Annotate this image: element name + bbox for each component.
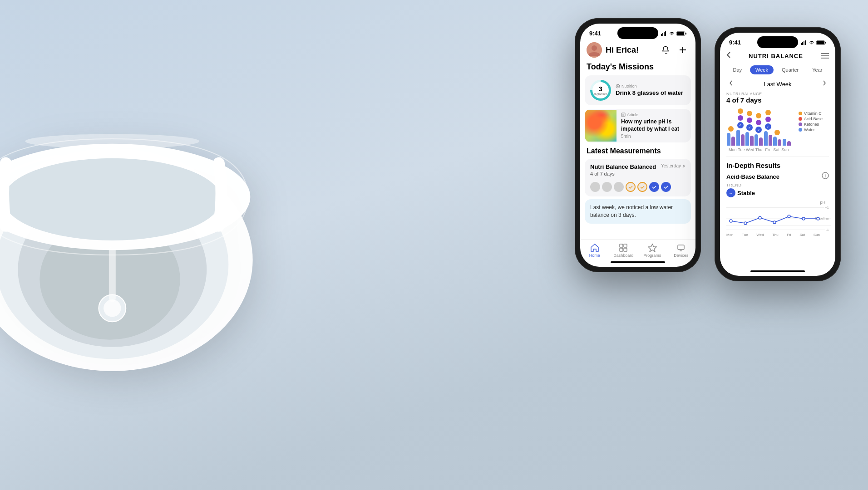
check-wed: ✓	[746, 124, 753, 131]
svg-rect-15	[686, 33, 686, 34]
dot-purple-wed	[747, 118, 752, 123]
svg-point-17	[592, 45, 597, 51]
article-title: How my urine pH is impacted by what I ea…	[621, 118, 686, 132]
ph-plus1: +1	[825, 206, 829, 210]
wifi-icon-2	[809, 40, 814, 45]
chart-col-mon	[726, 126, 735, 146]
phones-container: 9:41	[575, 18, 841, 281]
header-actions	[659, 44, 689, 56]
nav-dashboard[interactable]: Dashboard	[609, 243, 638, 258]
chart-grid-line-bot	[726, 230, 825, 230]
home-indicator-1	[611, 261, 665, 263]
signal-icon-2	[801, 40, 807, 45]
dot-orange-mon	[728, 126, 734, 132]
legend-label-water: Water	[804, 127, 815, 132]
dot-orange-wed	[747, 111, 752, 116]
article-image	[585, 110, 616, 142]
chart-row-plus: +1	[726, 206, 829, 210]
measurement-card[interactable]: Nutri Balance Balanced 4 of 7 days Yeste…	[585, 159, 691, 196]
svg-rect-14	[677, 32, 684, 35]
info-icon: i	[822, 172, 829, 179]
bar-blue-tue	[736, 130, 740, 146]
prev-week-button[interactable]	[729, 80, 733, 88]
legend-label-vitaminc: Vitamin C	[804, 111, 822, 116]
trend-label: TREND	[726, 183, 829, 187]
week-nav: Last Week	[720, 78, 835, 91]
menu-button[interactable]	[821, 52, 829, 60]
svg-point-53	[817, 217, 819, 220]
label-tue: Tue	[737, 147, 745, 152]
nav-programs[interactable]: Programs	[638, 243, 667, 258]
tab-quarter[interactable]: Quarter	[776, 65, 804, 74]
next-week-button[interactable]	[823, 80, 826, 88]
bell-button[interactable]	[659, 44, 672, 56]
bottom-nav: Home Dashboard Programs Devices	[580, 239, 695, 260]
dot-5	[637, 182, 647, 192]
mission-info: Nutrition Drink 8 glasses of water	[616, 84, 686, 97]
chart-col-sat	[773, 130, 782, 146]
check-icon-2	[640, 185, 645, 189]
chart-col-fri: ✓	[764, 110, 773, 146]
result-name: Acid-Base Balance	[726, 173, 779, 180]
chevron-right-icon	[682, 164, 686, 168]
chart-day-labels: Mon Tue Wed Thu Fri Sat Sun	[726, 147, 791, 152]
bar-purple-thu	[759, 137, 763, 146]
trend-value: → Stable	[726, 188, 829, 197]
dot-purple-fri	[765, 117, 771, 122]
check-thu: ✓	[755, 127, 762, 133]
mini-line-chart: Baseline	[726, 210, 831, 228]
svg-point-5	[3, 158, 221, 240]
svg-rect-25	[624, 244, 627, 247]
tab-week[interactable]: Week	[750, 65, 774, 74]
alert-card: Last week, we noticed a low water balanc…	[585, 199, 691, 224]
bar-sat	[773, 137, 781, 146]
missions-title: Today's Missions	[580, 60, 695, 75]
chart-bars: ✓ ✓	[726, 109, 791, 152]
legend-label-acidbase: Acid-Base	[804, 117, 823, 121]
svg-rect-29	[678, 245, 684, 250]
chart-legend: Vitamin C Acid-Base Ketones	[792, 109, 829, 132]
dot-2	[602, 182, 612, 192]
avatar	[587, 42, 602, 58]
nb-chart: ✓ ✓	[720, 108, 835, 154]
nav-dashboard-label: Dashboard	[613, 253, 633, 258]
dot-indicators	[590, 182, 686, 192]
svg-text:i: i	[825, 174, 826, 178]
bar-purple-mon	[731, 137, 735, 146]
article-card[interactable]: Article How my urine pH is impacted by w…	[585, 109, 691, 142]
bar-blue-wed	[745, 132, 749, 146]
svg-rect-11	[664, 32, 665, 36]
tab-day[interactable]: Day	[727, 65, 747, 74]
svg-rect-35	[805, 40, 806, 45]
mini-wed: Wed	[756, 233, 764, 237]
mini-chart-days: Mon Tue Wed Thu Fri Sat Sun	[726, 233, 829, 237]
svg-rect-32	[801, 43, 802, 45]
bar-purple-fri	[769, 135, 772, 146]
svg-point-47	[730, 220, 732, 222]
check-fri: ✓	[765, 123, 771, 130]
divider	[726, 157, 829, 157]
label-fri: Fri	[763, 147, 772, 152]
prev-week-icon	[729, 80, 733, 86]
chart-col-wed: ✓	[745, 111, 754, 146]
balance-label: NUTRI BALANCE	[726, 92, 829, 96]
check-tue: ✓	[737, 122, 744, 128]
mini-mon: Mon	[726, 233, 734, 237]
mission-card[interactable]: 3 8 glasses Nutrition Drink 8 glasses of…	[585, 75, 691, 105]
battery-icon-2	[816, 40, 826, 45]
add-button[interactable]	[676, 44, 689, 56]
bar-blue-sat	[773, 137, 777, 146]
tab-year[interactable]: Year	[807, 65, 828, 74]
nav-devices[interactable]: Devices	[667, 243, 696, 258]
bar-purple-sat	[778, 139, 781, 146]
nav-home[interactable]: Home	[580, 243, 609, 258]
svg-point-8	[25, 134, 199, 148]
info-button[interactable]: i	[822, 172, 829, 181]
svg-rect-37	[817, 41, 824, 44]
dot-7	[661, 182, 671, 192]
measurement-subtitle: 4 of 7 days	[590, 171, 656, 176]
label-wed: Wed	[746, 147, 755, 152]
back-button[interactable]	[726, 51, 731, 61]
tue-dots	[738, 108, 743, 121]
mission-number: 3	[599, 85, 602, 93]
